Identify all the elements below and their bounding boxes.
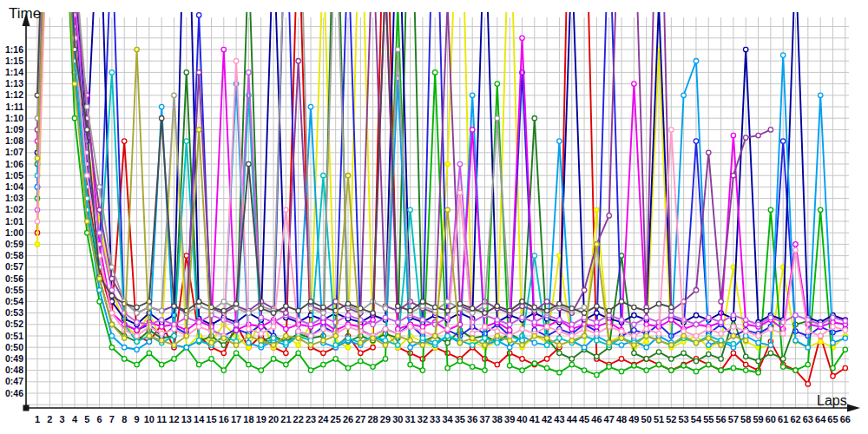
x-tick-label: 32 [418,414,428,424]
x-tick-label: 35 [455,414,465,424]
x-tick-label: 43 [554,414,564,424]
y-tick-label: 1:02 [5,204,23,214]
x-tick-label: 52 [666,414,676,424]
x-tick-label: 36 [467,414,477,424]
y-tick-label: 0:46 [5,388,23,398]
y-tick-label: 0:51 [5,331,23,341]
y-tick-label: 0:54 [5,296,23,306]
y-tick-label: 1:11 [6,102,24,112]
y-tick-label: 1:12 [5,89,23,100]
x-tick-label: 34 [442,414,453,424]
x-tick-label: 62 [790,414,800,424]
x-tick-label: 17 [231,414,241,424]
x-tick-label: 27 [355,414,365,424]
y-tick-label: 0:52 [5,319,23,329]
x-tick-label: 40 [516,414,527,424]
x-tick-label: 22 [293,414,304,424]
x-tick-label: 58 [740,414,751,424]
y-tick-label: 0:58 [5,250,23,260]
x-tick-label: 53 [679,414,689,424]
x-tick-label: 42 [542,414,552,424]
y-tick-label: 0:50 [5,342,23,352]
x-tick-label: 47 [604,414,615,424]
lap-times-plot: 0:460:470:480:490:500:510:520:530:540:55… [0,0,868,434]
y-tick-label: 1:06 [5,159,23,169]
x-tick-label: 63 [803,414,813,424]
x-tick-label: 3 [60,414,65,424]
y-tick-label: 1:01 [5,216,23,227]
y-tick-label: 0:55 [5,285,23,295]
x-tick-label: 59 [753,414,763,424]
x-tick-label: 64 [815,414,826,424]
x-tick-label: 21 [280,414,291,424]
y-tick-label: 0:59 [5,239,23,249]
x-tick-label: 33 [430,414,440,424]
y-tick-label: 0:53 [5,307,23,318]
x-tick-label: 14 [194,414,205,424]
x-tick-label: 55 [703,414,713,424]
y-tick-label: 1:05 [5,170,23,181]
x-tick-label: 31 [404,414,415,424]
x-tick-label: 39 [504,414,515,424]
x-tick-label: 8 [122,414,127,424]
x-tick-label: 24 [318,414,329,424]
x-tick-label: 51 [654,414,664,424]
series-lines [35,0,847,386]
x-tick-label: 20 [268,414,279,424]
y-tick-label: 0:48 [5,365,23,375]
x-tick-label: 30 [392,414,403,424]
y-tick-label: 0:56 [5,273,23,284]
x-tick-label: 65 [827,414,838,424]
x-tick-label: 48 [616,414,627,424]
x-axis-tick-labels: 1234567891011121314151617181920212223242… [35,414,851,424]
x-tick-label: 11 [156,414,167,424]
x-tick-label: 37 [479,414,490,424]
y-tick-label: 1:13 [5,78,23,89]
lap-times-chart-window: Time 0:460:470:480:490:500:510:520:530:5… [0,0,868,434]
x-tick-label: 2 [47,414,52,424]
x-tick-label: 60 [766,414,776,424]
x-tick-label: 10 [144,414,155,424]
x-tick-label: 66 [840,414,851,424]
y-tick-label: 1:03 [5,193,23,203]
x-axis-title: Laps [817,393,847,409]
x-tick-label: 49 [628,414,639,424]
y-tick-label: 1:09 [5,124,23,135]
y-axis-tick-labels: 0:460:470:480:490:500:510:520:530:540:55… [5,44,23,398]
x-tick-label: 50 [641,414,652,424]
x-tick-label: 61 [778,414,788,424]
x-tick-label: 5 [84,414,89,424]
y-tick-label: 1:00 [5,227,23,238]
y-tick-label: 1:07 [5,147,23,157]
x-tick-label: 18 [243,414,253,424]
x-tick-label: 7 [109,414,115,424]
x-tick-label: 38 [492,414,503,424]
y-tick-label: 0:57 [5,261,23,272]
x-tick-label: 45 [579,414,589,424]
x-tick-label: 56 [715,414,726,424]
x-tick-label: 1 [35,414,40,424]
y-axis-title: Time [9,5,41,23]
x-tick-label: 13 [181,414,192,424]
x-tick-label: 46 [591,414,602,424]
x-tick-label: 44 [567,414,578,424]
y-tick-label: 0:47 [5,376,23,386]
x-tick-label: 6 [97,414,102,424]
y-tick-label: 0:49 [5,353,23,364]
y-tick-label: 1:15 [5,56,23,66]
x-tick-label: 9 [134,414,139,424]
x-tick-label: 19 [256,414,266,424]
x-tick-label: 4 [72,414,78,424]
x-tick-label: 15 [206,414,216,424]
x-tick-label: 12 [168,414,179,424]
y-tick-label: 1:10 [5,113,23,123]
y-tick-label: 1:04 [5,181,23,192]
y-tick-label: 1:14 [5,67,23,77]
x-tick-label: 57 [728,414,739,424]
x-tick-label: 29 [380,414,391,424]
x-tick-label: 28 [368,414,378,424]
x-tick-label: 25 [331,414,341,424]
y-tick-label: 1:08 [5,135,23,146]
x-tick-label: 16 [219,414,229,424]
x-tick-label: 41 [529,414,540,424]
